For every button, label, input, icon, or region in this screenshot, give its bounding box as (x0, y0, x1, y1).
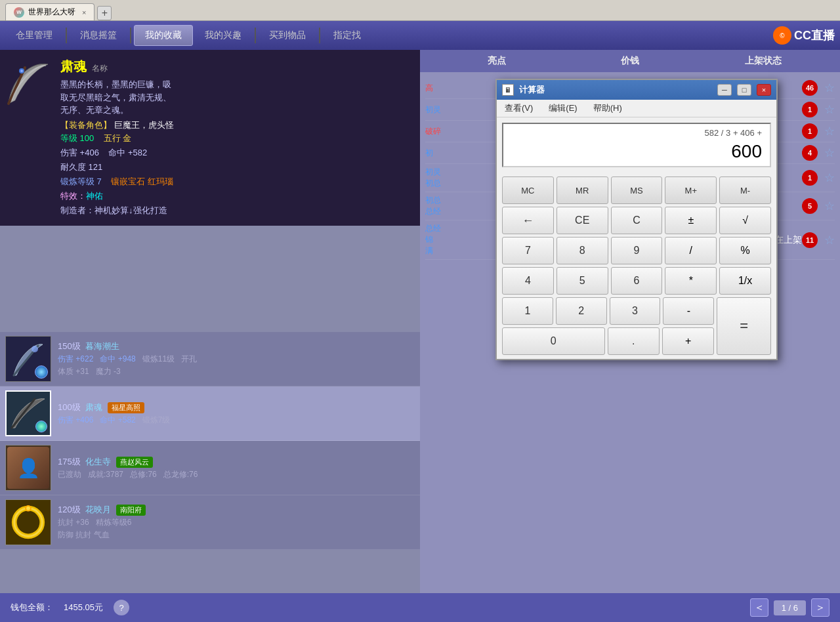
calc-btn-1[interactable]: 1 (502, 297, 553, 325)
calc-btn-backspace[interactable]: ← (502, 207, 554, 234)
calc-btn-divide[interactable]: / (665, 237, 717, 264)
calc-row-mem: MC MR MS M+ M- (502, 176, 771, 204)
item-gem-2 (35, 421, 47, 432)
calc-btn-2[interactable]: 2 (556, 297, 607, 325)
nav-item-collection[interactable]: 我的收藏 (134, 25, 193, 46)
calc-btn-3[interactable]: 3 (610, 297, 661, 325)
right-row-3-star: 1 ☆ (802, 123, 835, 139)
item-extra-4: 防御 抗封 气血 (58, 529, 415, 541)
nav-item-inventory[interactable]: 仓里管理 (5, 26, 63, 45)
nav-item-messages[interactable]: 消息摇篮 (70, 26, 127, 45)
item-name-2: 肃魂 (85, 402, 102, 412)
item-stat-4c: 防御 抗封 气血 (58, 530, 110, 539)
active-tab[interactable]: W 世界那么大呀 × (5, 3, 94, 20)
calc-minimize-button[interactable]: ─ (717, 84, 732, 96)
new-tab-button[interactable]: + (97, 6, 112, 20)
right-row-6-star: 5 ☆ (802, 198, 835, 214)
item-refine-2: 锻炼7级 (142, 415, 171, 425)
bottom-bar: 钱包全额： 1455.05元 ? ＜ 1 / 6 ＞ (0, 593, 840, 622)
item-level: 等级 100 (60, 133, 94, 143)
item-stat-4b: 精炼等级6 (96, 518, 132, 527)
item-atk-2: 伤害 +406 (58, 415, 93, 425)
item-info-3: 175级 化生寺 燕赵风云 已渡劫 成就:3787 总修:76 总龙修:76 (58, 456, 415, 480)
calc-btn-6[interactable]: 6 (611, 267, 663, 295)
calc-btn-mplus[interactable]: M+ (665, 176, 717, 204)
calc-btn-multiply[interactable]: * (665, 267, 717, 295)
nav-item-search[interactable]: 指定找 (323, 26, 371, 45)
page-prev-button[interactable]: ＜ (750, 598, 768, 617)
calc-btn-8[interactable]: 8 (556, 237, 608, 264)
item-gem: 镶嵌宝石 红玛瑙 (111, 176, 173, 186)
nav-separator-3 (255, 28, 256, 43)
calc-btn-5[interactable]: 5 (556, 267, 608, 295)
item-atk-1: 伤害 +622 (58, 354, 93, 363)
item-element: 五行 金 (104, 133, 132, 143)
highlight-label-1: 高 (425, 83, 433, 93)
item-info-1: 150级 暮海潮生 伤害 +622 命中 +948 锻炼11级 开孔 (58, 341, 415, 377)
calc-btn-reciprocal[interactable]: 1/x (719, 267, 771, 295)
item-gem-1 (35, 365, 48, 379)
calc-btn-plus[interactable]: + (662, 327, 714, 355)
highlight-label-5: 初灵 (425, 167, 441, 176)
col-status: 上架状态 (696, 55, 830, 67)
left-panel: 肃魂 名称 墨黑的长柄，墨黑的巨镰，吸取无尽黑暗之气，肃清无规、无序、无章之魂。… (0, 50, 420, 593)
nav-separator-1 (66, 28, 67, 43)
list-item-selected[interactable]: 100级 肃魂 福星高照 伤害 +406 命中 +582 锻炼7级 (0, 386, 420, 441)
item-title-1: 150级 暮海潮生 (58, 341, 415, 352)
calc-maximize-button[interactable]: □ (737, 84, 751, 96)
calc-btn-c[interactable]: C (611, 207, 663, 234)
highlight-sublabel-5: 初总 (425, 178, 441, 188)
nav-item-bought[interactable]: 买到物品 (259, 26, 316, 45)
role-value: 巨魔王，虎头怪 (114, 120, 174, 130)
list-item[interactable]: 150级 暮海潮生 伤害 +622 命中 +948 锻炼11级 开孔 (0, 332, 420, 386)
calc-btn-4[interactable]: 4 (502, 267, 554, 295)
calc-btn-plusminus[interactable]: ± (665, 207, 717, 234)
calc-title-text: 计算器 (519, 84, 712, 96)
calc-btn-ms[interactable]: MS (611, 176, 663, 204)
list-item-4[interactable]: 120级 花映月 南阳府 抗封 +36 精炼等级6 防御 抗封 气血 (0, 495, 420, 550)
item-level-2: 100级 (58, 402, 81, 412)
calc-btn-sqrt[interactable]: √ (719, 207, 771, 234)
item-level-4: 120级 (58, 505, 81, 514)
col-highlight: 亮点 (430, 55, 564, 67)
highlight-label-3: 破碎 (425, 127, 441, 136)
calc-btn-percent[interactable]: % (719, 237, 771, 264)
calc-btn-ce[interactable]: CE (556, 207, 608, 234)
calc-col-left: 1 2 3 - 0 . + (502, 297, 714, 355)
calc-row-123-eq: 1 2 3 - 0 . + = (502, 297, 771, 355)
calc-btn-7[interactable]: 7 (502, 237, 554, 264)
char-avatar-3: 👤 (7, 447, 49, 489)
help-button[interactable]: ? (114, 600, 129, 615)
right-row-5-star: 1 ☆ (802, 170, 835, 186)
scythe-svg (5, 58, 51, 110)
calc-menu-help[interactable]: 帮助(H) (591, 101, 625, 115)
tab-close-button[interactable]: × (82, 9, 86, 16)
calc-menu-edit[interactable]: 编辑(E) (546, 101, 579, 115)
right-header: 亮点 价钱 上架状态 (420, 50, 840, 72)
item-image-4 (5, 499, 51, 545)
calc-btn-equals[interactable]: = (717, 297, 771, 355)
calc-btn-mc[interactable]: MC (502, 176, 554, 204)
star-badge-6: 5 (802, 198, 818, 214)
calc-btn-0[interactable]: 0 (502, 327, 605, 355)
calc-menu-view[interactable]: 查看(V) (502, 101, 536, 115)
calc-btn-mr[interactable]: MR (556, 176, 608, 204)
calc-btn-mminus[interactable]: M- (719, 176, 771, 204)
star-badge-3: 1 (802, 123, 818, 139)
calc-btn-minus[interactable]: - (663, 297, 714, 325)
calc-titlebar: 🖩 计算器 ─ □ × (497, 80, 776, 100)
list-item-3[interactable]: 👤 175级 化生寺 燕赵风云 已渡劫 成就:3787 (0, 441, 420, 495)
calc-close-button[interactable]: × (757, 84, 771, 96)
right-row-7-star: 11 ☆ (802, 232, 835, 248)
item-stats: 等级 100 五行 金 伤害 +406 命中 +582 耐久度 121 锻炼等级… (60, 131, 412, 218)
page-next-button[interactable]: ＞ (811, 598, 830, 617)
star-icon-4: ☆ (824, 146, 835, 160)
item-hit-1: 命中 +948 (100, 354, 135, 363)
item-badge-2: 福星高照 (108, 402, 144, 413)
item-damage: 伤害 +406 (60, 148, 99, 157)
item-name: 肃魂 (60, 58, 87, 75)
item-name-label: 名称 (92, 63, 108, 74)
calc-btn-9[interactable]: 9 (611, 237, 663, 264)
nav-item-hobbies[interactable]: 我的兴趣 (194, 26, 252, 45)
calc-btn-dot[interactable]: . (608, 327, 660, 355)
